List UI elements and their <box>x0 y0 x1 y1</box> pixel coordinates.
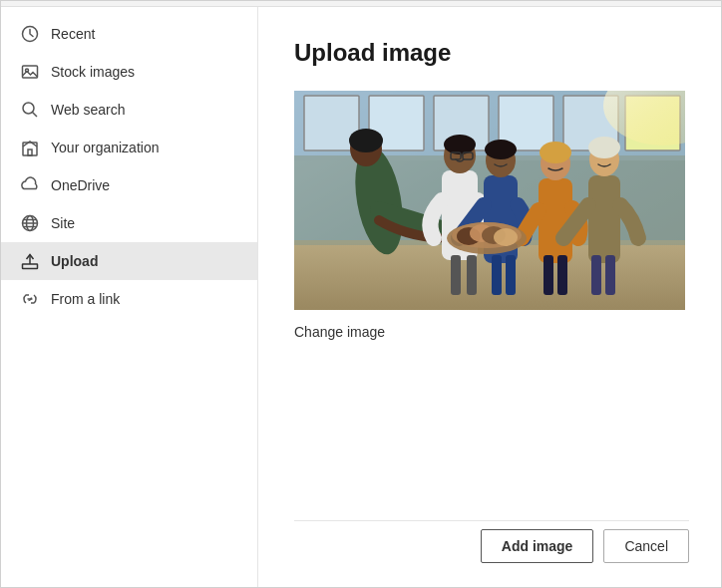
svg-rect-50 <box>451 255 461 295</box>
sidebar-item-stock-images[interactable]: Stock images <box>1 53 257 91</box>
svg-rect-6 <box>28 149 32 155</box>
footer-buttons: Add image Cancel <box>294 520 689 563</box>
team-photo-svg <box>294 91 685 310</box>
svg-rect-54 <box>543 255 553 295</box>
svg-point-49 <box>494 228 518 246</box>
cancel-button[interactable]: Cancel <box>603 529 689 563</box>
svg-rect-57 <box>605 255 615 295</box>
link-icon <box>21 290 39 308</box>
main-container: Recent Stock images Web search <box>1 7 721 587</box>
change-image-link[interactable]: Change image <box>294 324 689 340</box>
svg-rect-12 <box>23 264 38 269</box>
sidebar-item-label-upload: Upload <box>51 253 98 269</box>
svg-point-40 <box>540 142 571 163</box>
svg-rect-41 <box>588 175 620 263</box>
svg-point-28 <box>349 129 383 152</box>
sidebar-item-your-organization[interactable]: Your organization <box>1 129 257 166</box>
svg-line-4 <box>33 113 38 118</box>
building-icon <box>21 139 39 156</box>
clock-icon <box>21 25 39 43</box>
spacer <box>294 340 689 504</box>
sidebar-item-label-stock-images: Stock images <box>51 64 135 80</box>
svg-rect-1 <box>23 66 38 78</box>
sidebar-item-site[interactable]: Site <box>1 204 257 242</box>
sidebar: Recent Stock images Web search <box>1 7 258 587</box>
svg-rect-53 <box>506 255 516 295</box>
sidebar-item-label-onedrive: OneDrive <box>51 177 110 193</box>
upload-icon <box>21 252 39 270</box>
svg-rect-52 <box>492 255 502 295</box>
sidebar-item-web-search[interactable]: Web search <box>1 91 257 129</box>
svg-point-43 <box>588 137 620 158</box>
svg-point-37 <box>485 140 517 159</box>
sidebar-item-label-web-search: Web search <box>51 102 125 118</box>
globe-icon <box>21 214 39 232</box>
svg-rect-51 <box>467 255 477 295</box>
image-preview <box>294 91 685 310</box>
page-title: Upload image <box>294 39 689 67</box>
svg-point-31 <box>444 135 476 154</box>
svg-rect-55 <box>557 255 567 295</box>
svg-rect-56 <box>591 255 601 295</box>
image-preview-container <box>294 91 685 310</box>
add-image-button[interactable]: Add image <box>481 529 594 563</box>
sidebar-item-label-your-organization: Your organization <box>51 140 159 155</box>
main-content: Upload image <box>258 7 721 587</box>
sidebar-item-recent[interactable]: Recent <box>1 15 257 53</box>
sidebar-item-label-recent: Recent <box>51 26 95 42</box>
image-icon <box>21 63 39 81</box>
search-icon <box>21 101 39 119</box>
sidebar-item-label-site: Site <box>51 215 75 231</box>
sidebar-item-label-from-a-link: From a link <box>51 291 120 307</box>
sidebar-item-upload[interactable]: Upload <box>1 242 257 280</box>
sidebar-item-onedrive[interactable]: OneDrive <box>1 166 257 204</box>
svg-point-3 <box>23 103 34 114</box>
sidebar-item-from-a-link[interactable]: From a link <box>1 280 257 318</box>
cloud-icon <box>21 176 39 194</box>
